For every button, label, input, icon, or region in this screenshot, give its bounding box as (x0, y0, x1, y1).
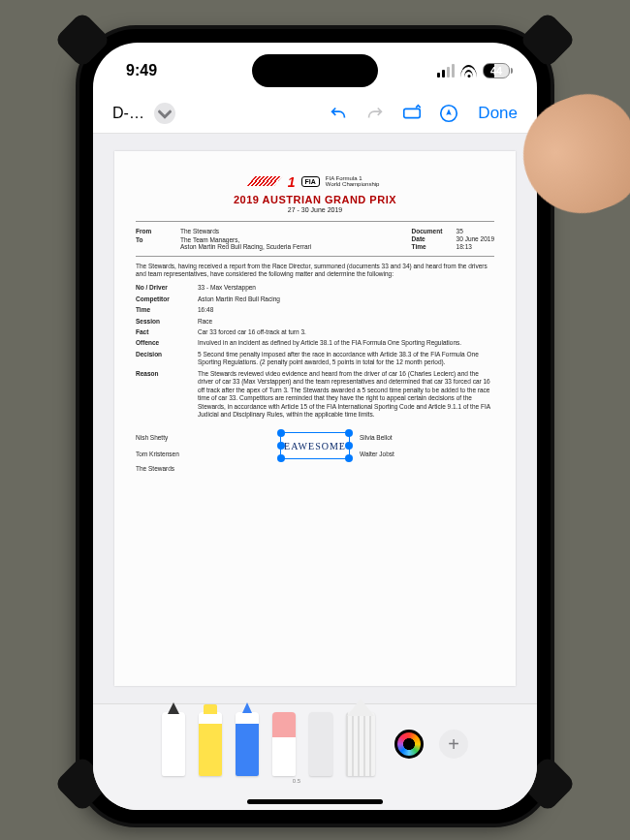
markup-toolbar: D-… Done (93, 93, 537, 134)
phone-frame: 9:49 44 D-… Don (79, 29, 551, 824)
pencil-tool[interactable] (236, 712, 259, 776)
selection-handle[interactable] (277, 454, 285, 462)
selection-handle[interactable] (277, 442, 285, 450)
document-fields: No / Driver33 - Max Verstappen Competito… (136, 284, 494, 419)
text-annotation[interactable]: EAWESOME (280, 432, 350, 459)
wifi-icon (460, 65, 477, 78)
done-button[interactable]: Done (478, 104, 518, 123)
pen-tool[interactable] (162, 712, 185, 776)
f1-logo-icon: 1 (251, 174, 296, 188)
pdf-document: 1 FIA FIA Formula 1World Championship 20… (114, 151, 516, 686)
annotation-text: EAWESOME (284, 441, 346, 451)
title-chevron-icon[interactable] (154, 103, 175, 124)
undo-button[interactable] (325, 100, 352, 127)
selection-handle[interactable] (345, 442, 353, 450)
status-time: 9:49 (126, 62, 157, 79)
screen: 9:49 44 D-… Don (93, 43, 537, 810)
color-picker-button[interactable] (394, 730, 424, 759)
signature-block: Nish Shetty EAWESOME Silvia Bellot Tom K… (136, 432, 494, 459)
home-indicator[interactable] (247, 799, 383, 804)
highlighter-tool[interactable] (199, 712, 222, 776)
lasso-tool[interactable] (309, 712, 332, 776)
cellular-icon (437, 64, 455, 78)
document-meta: FromThe Stewards To The Team Managers,As… (136, 228, 494, 250)
redo-button[interactable] (362, 100, 389, 127)
document-logo-row: 1 FIA FIA Formula 1World Championship (136, 174, 494, 188)
toggle-toolbar-button[interactable] (398, 100, 425, 127)
markup-tool-tray: + 0.5 (93, 703, 537, 810)
tool-size-labels: 0.5 (211, 778, 419, 784)
stewards-label: The Stewards (136, 465, 494, 472)
document-dates: 27 - 30 June 2019 (136, 206, 494, 213)
document-canvas[interactable]: 1 FIA FIA Formula 1World Championship 20… (93, 134, 537, 703)
svg-rect-0 (404, 109, 421, 117)
add-annotation-button[interactable]: + (439, 730, 468, 759)
ruler-tool[interactable] (346, 712, 375, 776)
fia-logo-icon: FIA (301, 176, 320, 187)
document-intro: The Stewards, having received a report f… (136, 263, 494, 278)
markup-pen-button[interactable] (435, 100, 462, 127)
document-title: D-… (112, 105, 144, 122)
selection-handle[interactable] (345, 429, 353, 437)
eraser-tool[interactable] (272, 712, 296, 776)
document-heading: 2019 AUSTRIAN GRAND PRIX (136, 194, 494, 205)
selection-handle[interactable] (277, 429, 285, 437)
dynamic-island (252, 54, 378, 87)
championship-text: FIA Formula 1World Championship (326, 175, 380, 187)
battery-indicator: 44 (483, 63, 510, 78)
selection-handle[interactable] (345, 454, 353, 462)
